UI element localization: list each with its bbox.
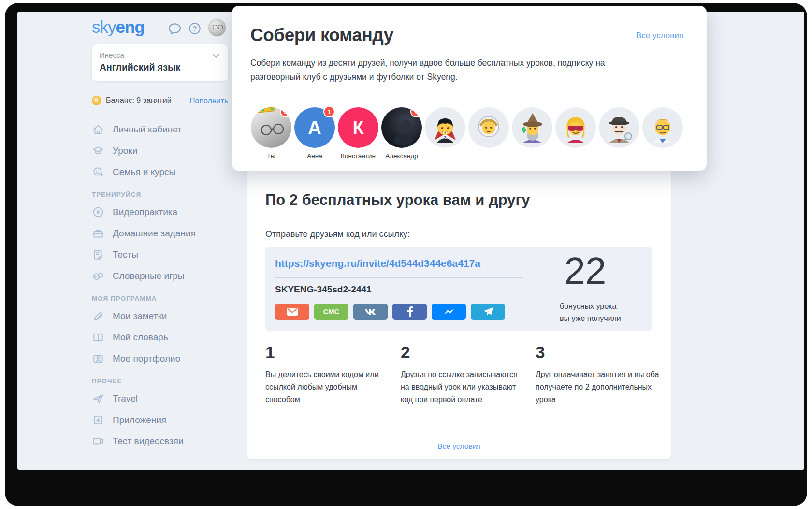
chat-icon[interactable] bbox=[167, 21, 182, 38]
invite-box: https://skyeng.ru/invite/4d544d344e6a417… bbox=[265, 247, 652, 331]
member-you: 2 Ты bbox=[249, 107, 293, 160]
family-icon bbox=[92, 166, 104, 178]
member-slot-scientist bbox=[641, 107, 684, 160]
sidebar-item-family-courses[interactable]: Семья и курсы bbox=[92, 161, 237, 183]
promo-card: По 2 бесплатных урока вам и другу Отправ… bbox=[247, 169, 671, 459]
share-facebook-button[interactable] bbox=[392, 304, 427, 320]
homework-icon bbox=[92, 227, 104, 240]
sidebar-item-vocab-games[interactable]: Словарные игры bbox=[92, 265, 237, 287]
notes-icon bbox=[92, 310, 104, 322]
sidebar-item-apps[interactable]: Приложения bbox=[92, 409, 237, 431]
member-slot-vampire bbox=[423, 107, 467, 160]
video-practice-icon bbox=[92, 206, 104, 218]
team-terms-link[interactable]: Все условия bbox=[636, 31, 683, 41]
team-modal: Собери команду Все условия Собери команд… bbox=[232, 6, 707, 171]
step-2: 2 Друзья по ссылке записываются на вводн… bbox=[401, 343, 522, 406]
promo-title: По 2 бесплатных урока вам и другу bbox=[265, 191, 530, 209]
member-alexandr-avatar: 1 bbox=[381, 107, 422, 148]
sidebar-item-my-notes[interactable]: Мои заметки bbox=[92, 305, 237, 327]
sidebar-item-lessons[interactable]: Уроки bbox=[92, 140, 237, 161]
facebook-icon bbox=[407, 306, 413, 317]
bonus-caption: бонусных урока вы уже получили bbox=[560, 300, 621, 324]
divider bbox=[275, 277, 523, 278]
member-slot-superhero bbox=[554, 107, 597, 160]
detective-avatar-icon bbox=[599, 107, 639, 148]
messenger-icon bbox=[443, 308, 455, 316]
tests-icon bbox=[92, 248, 104, 261]
vk-icon bbox=[364, 308, 377, 316]
member-konstantin-avatar: К bbox=[338, 107, 378, 148]
email-icon bbox=[287, 307, 298, 316]
share-messenger-button[interactable] bbox=[432, 304, 466, 320]
balance-row: S Баланс: 9 занятий bbox=[92, 96, 172, 105]
scientist-avatar-icon bbox=[642, 107, 683, 148]
nav-section-other: ПРОЧЕЕ bbox=[92, 378, 237, 385]
sidebar-item-personal-cabinet[interactable]: Личный кабинет bbox=[92, 119, 237, 140]
share-sms-button[interactable]: СМС bbox=[314, 304, 348, 320]
member-label: Константин bbox=[341, 152, 376, 160]
topup-link[interactable]: Пополнить bbox=[189, 97, 228, 105]
sidebar-item-my-dictionary[interactable]: Мой словарь bbox=[92, 327, 237, 348]
sidebar-item-my-portfolio[interactable]: Мое портфолио bbox=[92, 348, 237, 369]
video-test-icon bbox=[92, 435, 104, 448]
team-description: Собери команду из десяти друзей, получи … bbox=[250, 56, 608, 84]
mage-avatar-icon bbox=[512, 107, 552, 148]
chevron-down-icon bbox=[211, 50, 221, 63]
nav-section-train: ТРЕНИРУЙСЯ bbox=[92, 191, 237, 198]
share-vk-button[interactable] bbox=[353, 304, 388, 320]
sidebar-nav: Личный кабинет Уроки Семья и курсы ТРЕНИ… bbox=[92, 119, 237, 452]
share-telegram-button[interactable] bbox=[471, 304, 505, 320]
sidebar-item-travel[interactable]: Travel bbox=[92, 388, 237, 409]
sidebar-item-video-test[interactable]: Тест видеосвзяи bbox=[92, 431, 237, 452]
invite-url-link[interactable]: https://skyeng.ru/invite/4d544d344e6a417… bbox=[275, 258, 480, 269]
astronaut-avatar-icon bbox=[468, 107, 509, 148]
member-slot-astronaut bbox=[467, 107, 510, 160]
member-slot-mage bbox=[510, 107, 554, 160]
sidebar-item-video-practice[interactable]: Видеопрактика bbox=[92, 202, 237, 223]
student-course: Английский язык bbox=[100, 62, 180, 73]
member-anna-avatar: А 1 bbox=[294, 107, 335, 148]
user-avatar[interactable] bbox=[208, 18, 226, 37]
member-you-avatar: 2 bbox=[251, 107, 291, 148]
skyeng-logo[interactable]: skyeng bbox=[92, 17, 145, 37]
member-anna-badge: 1 bbox=[323, 106, 335, 117]
member-slot-detective bbox=[597, 107, 641, 160]
travel-icon bbox=[92, 393, 104, 405]
member-alexandr-badge: 1 bbox=[410, 107, 422, 117]
logo-eng: eng bbox=[116, 17, 145, 36]
dictionary-icon bbox=[92, 331, 104, 344]
sidebar-item-tests[interactable]: Тесты bbox=[92, 244, 237, 265]
superhero-avatar-icon bbox=[555, 107, 596, 148]
team-members-row: 2 Ты А 1 Анна К Константин 1 Александр bbox=[249, 107, 684, 160]
help-icon[interactable]: ? bbox=[188, 22, 202, 37]
portfolio-icon bbox=[92, 352, 104, 365]
home-icon bbox=[92, 123, 104, 136]
bonus-count: 22 bbox=[558, 252, 612, 290]
logo-sky: sky bbox=[92, 17, 116, 36]
invite-code: SKYENG-345sd2-2441 bbox=[275, 284, 372, 295]
student-name: Инесса bbox=[100, 51, 124, 59]
member-alexandr: 1 Александр bbox=[380, 107, 423, 160]
member-anna: А 1 Анна bbox=[293, 107, 336, 160]
student-selector[interactable]: Инесса Английский язык bbox=[92, 44, 228, 81]
sidebar-item-homework[interactable]: Домашние задания bbox=[92, 223, 237, 244]
lessons-icon bbox=[92, 145, 104, 157]
telegram-icon bbox=[483, 307, 493, 316]
coin-icon: S bbox=[92, 96, 102, 105]
step-1: 1 Вы делитесь своими кодом или ссылкой л… bbox=[265, 343, 381, 406]
member-you-badge: 2 bbox=[280, 107, 291, 117]
team-title: Собери команду bbox=[250, 25, 393, 45]
share-label: Отправьте друзьям код или ссылку: bbox=[265, 229, 410, 239]
promo-terms-link[interactable]: Все условия bbox=[247, 442, 671, 451]
member-konstantin: К Константин bbox=[336, 107, 380, 160]
balance-label: Баланс: 9 занятий bbox=[106, 96, 172, 105]
member-label: Анна bbox=[307, 152, 322, 160]
vampire-avatar-icon bbox=[425, 107, 465, 148]
share-email-button[interactable] bbox=[275, 304, 309, 320]
svg-text:?: ? bbox=[193, 25, 197, 32]
vocab-games-icon bbox=[92, 270, 104, 282]
apps-icon bbox=[92, 414, 104, 426]
nav-section-my-program: МОЯ ПРОГРАММА bbox=[92, 295, 237, 302]
step-3: 3 Друг оплачивает занятия и вы оба получ… bbox=[536, 343, 662, 406]
share-buttons-row: СМС bbox=[275, 304, 505, 320]
